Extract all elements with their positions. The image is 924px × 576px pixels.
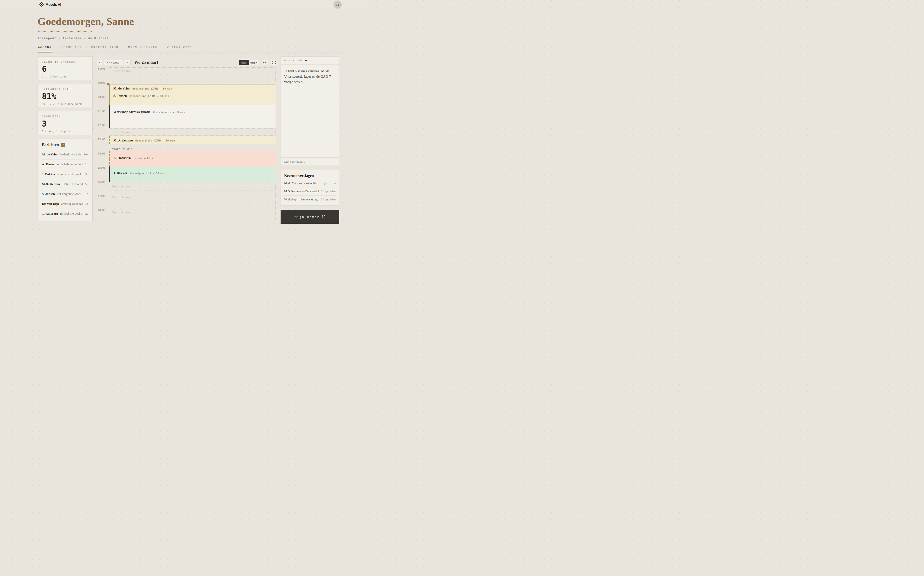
stat-card: CLIËNTEN VANDAAG 6 2 in afwachting [38,56,93,80]
ask-moods-title: Ask Moods [284,59,303,62]
view-toggle: DAG WEEK [239,60,259,65]
message-preview: Overleg over casus Hoek… [61,202,83,206]
calendar-event[interactable]: A. HoekstraIntake – 60 min [109,151,275,166]
theme-toggle-button[interactable] [262,60,268,65]
right-sidebar: Ask Moods Je hebt 6 sessies vandaag. M. … [281,56,339,224]
stat-card: ONGELEZEN 3 2 chats, 1 rapport [38,111,93,135]
hour-label: 15:00 [96,166,106,169]
status-dot-icon [305,60,307,61]
stat-sub: 19,0 / 23,4 uur deze week [42,102,88,106]
unread-badge: 7 [61,143,65,147]
message-sender: T. van Berg [42,212,58,216]
ask-question-input[interactable] [281,157,339,166]
hour-label: 14:00 [96,152,106,155]
message-list-item[interactable]: A. Hoekstra Ik heb de vragenlijst inge… … [42,159,88,169]
available-slot[interactable]: Beschikbaar [109,128,275,136]
tab[interactable]: DIRECTE TIJD [91,46,119,53]
stat-sub: 2 chats, 1 rapport [42,130,88,133]
prev-day-button[interactable]: < [96,60,103,65]
next-day-button[interactable]: > [124,60,131,65]
message-sender: A. Hoekstra [42,162,59,166]
event-client-name: S. Jansen [114,94,127,98]
message-list-item[interactable]: T. van Berg Ik voel me veel beter 2d [42,209,88,218]
message-sender: J. Bakker [42,172,55,176]
message-preview: Ik voel me veel beter [60,212,83,216]
message-sender: Dr. van Dijk [42,202,59,206]
message-list-item[interactable]: J. Bakker Kan ik de afspraak verzetten? … [42,169,88,179]
page-title: Goedemorgen, Sanne [38,16,371,27]
message-sender: M.D. Kemme [42,182,61,186]
available-slot[interactable]: Beschikbaar [109,190,275,204]
hour-label: 08:00 [96,67,106,70]
stat-value: 81% [42,93,88,100]
brand-logo[interactable]: Moods AI [39,2,61,7]
available-label: Beschikbaar [112,196,130,199]
event-meta: 8 deelnemers – 90 min [153,111,185,114]
calendar-event[interactable]: J. BakkerVervolgconsult – 60 min [109,166,275,182]
messages-title: Berichten [42,142,59,147]
message-time: 10m [84,153,88,156]
event-meta: Intake – 60 min [133,157,156,160]
top-header: Moods AI JS [0,0,371,9]
report-name: Workshop — Samenvatting [284,198,318,202]
message-preview: Kan ik de afspraak verzetten? [57,172,83,176]
calendar-event[interactable]: M.D. KemmeBehandeling (ZPM) – 30 min [109,136,275,144]
report-list-item[interactable]: Workshop — Samenvatting 3d geleden [284,195,336,203]
message-list-item[interactable]: S. Jansen Tot volgende week 1d [42,189,88,199]
message-list-item[interactable]: M.D. Kemme Heb je het verslag al gez… 5u [42,179,88,189]
available-label: Beschikbaar [112,185,130,188]
tab[interactable]: MIJN CLIËNTEN [128,46,158,53]
report-time: 3d geleden [321,198,336,201]
hour-label: 16:00 [96,181,106,183]
tab[interactable]: AGENDA [38,46,52,53]
hour-label: 09:00 [96,81,106,84]
hour-label: 11:00 [96,110,106,113]
report-name: M.D. Kemme — Behandelplan [284,190,319,193]
my-room-button[interactable]: Mijn kamer [281,210,339,224]
fullscreen-icon [272,61,276,64]
brand-name: Moods AI [45,2,61,6]
tab-bar: AGENDA TEAMCHATS DIRECTE TIJD MIJN CLIËN… [31,46,345,53]
external-link-icon [322,215,325,218]
available-label: Beschikbaar [112,211,130,214]
message-preview: Ik heb de vragenlijst inge… [61,162,83,166]
calendar-grid: 08:0009:0010:0011:0012:0013:0014:0015:00… [96,67,277,227]
hour-label: 12:00 [96,124,106,126]
stat-label: ONGELEZEN [42,115,88,118]
current-time-line [109,84,275,85]
report-time: gisteren [324,182,336,184]
hour-label: 18:00 [96,209,106,211]
ask-moods-message: Je hebt 6 sessies vandaag. M. de Vries s… [281,65,339,88]
today-button[interactable]: VANDAAG [104,60,123,65]
wavy-underline [38,30,371,32]
report-list-item[interactable]: M.D. Kemme — Behandelplan 2d geleden [284,187,336,195]
message-sender: S. Jansen [42,192,55,196]
hero-section: Goedemorgen, Sanne Therapeut · Amsterdam… [38,16,371,40]
week-view-button[interactable]: WEEK [249,60,259,65]
available-slot[interactable]: Beschikbaar [109,182,275,190]
sun-icon [263,61,267,64]
hour-label: 13:00 [96,138,106,141]
available-slot[interactable]: Beschikbaar [109,67,275,82]
day-view-button[interactable]: DAG [239,60,249,65]
report-list-item[interactable]: M. de Vries — Sessienotitie gisteren [284,179,336,187]
calendar-toolbar: < VANDAAG > Wo 25 maart DAG WEEK [96,56,277,65]
message-time: 1d [85,192,88,195]
available-slot[interactable]: Beschikbaar [109,205,275,220]
calendar-event[interactable]: Workshop Stressregulatie8 deelnemers – 9… [109,106,275,128]
message-time: 5u [85,182,88,186]
available-label: Beschikbaar [112,131,130,134]
left-sidebar: CLIËNTEN VANDAAG 6 2 in afwachting DECLA… [38,56,93,221]
fullscreen-button[interactable] [271,60,277,65]
message-preview: Bedankt voor de sessie [60,152,82,157]
available-label: Beschikbaar [112,70,130,73]
tab[interactable]: TEAMCHATS [61,46,82,53]
report-name: M. de Vries — Sessienotitie [284,181,318,185]
message-list-item[interactable]: M. de Vries Bedankt voor de sessie 10m [42,150,88,159]
message-list-item[interactable]: Dr. van Dijk Overleg over casus Hoek… 1d [42,199,88,209]
avatar[interactable]: JS [334,0,342,9]
calendar-event[interactable]: M. de VriesBehandeling (ZPM) – 60 minS. … [109,84,275,106]
stat-card: DECLARABILITEIT 81% 19,0 / 23,4 uur deze… [38,84,93,108]
tab[interactable]: CLIËNT CHAT [167,46,193,53]
event-client-name: Workshop Stressregulatie [114,110,150,114]
